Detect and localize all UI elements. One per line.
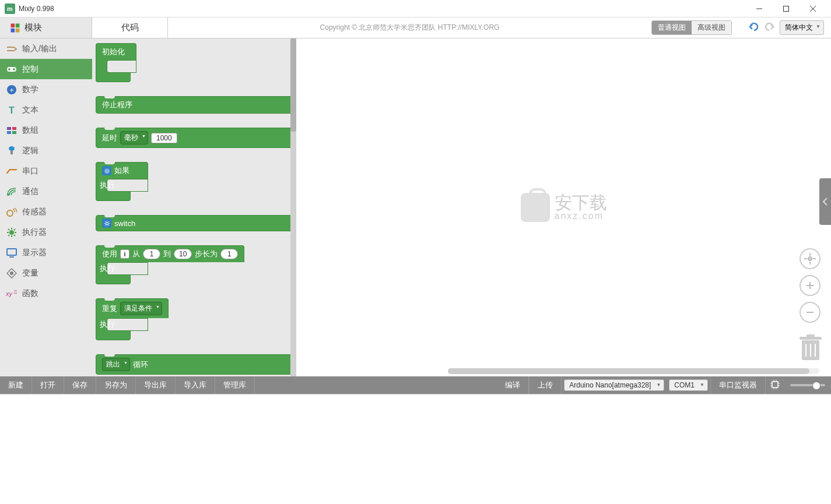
side-panel-handle[interactable] xyxy=(819,178,831,225)
for-var[interactable]: i xyxy=(120,249,129,259)
close-button[interactable] xyxy=(800,0,826,17)
svg-rect-38 xyxy=(807,334,815,337)
zoom-out-button[interactable] xyxy=(800,302,821,323)
saveas-button[interactable]: 另存为 xyxy=(96,376,136,394)
language-select[interactable]: 简体中文 xyxy=(780,20,824,35)
category-text[interactable]: T文本 xyxy=(0,100,92,120)
delay-value-input[interactable]: 1000 xyxy=(151,133,177,143)
svg-rect-13 xyxy=(12,131,16,134)
category-function[interactable]: xy函数 xyxy=(0,283,92,304)
watermark: 安下载anxz.com xyxy=(521,193,607,222)
block-if[interactable]: 如果 执行 xyxy=(96,162,293,201)
category-logic[interactable]: 逻辑 xyxy=(0,140,92,161)
workspace-canvas[interactable]: 安下载anxz.com xyxy=(296,38,831,376)
block-for[interactable]: 使用 i 从 1 到 10 步长为 1 执行 xyxy=(96,245,293,284)
view-toggle: 普通视图 高级视图 xyxy=(651,20,732,35)
actuator-icon xyxy=(6,227,17,238)
category-sidebar: 输入/输出控制÷数学T文本数组逻辑串口通信传感器执行器显示器变量xy函数 xyxy=(0,38,92,376)
svg-point-28 xyxy=(809,258,811,260)
delay-unit-dropdown[interactable]: 毫秒 xyxy=(120,131,148,144)
bottom-toolbar: 新建 打开 保存 另存为 导出库 导入库 管理库 编译 上传 Arduino N… xyxy=(0,376,831,394)
io-icon xyxy=(6,43,17,55)
flyout-scrollbar[interactable] xyxy=(290,38,296,376)
center-button[interactable] xyxy=(800,248,821,269)
category-actuator[interactable]: 执行器 xyxy=(0,222,92,242)
block-switch[interactable]: switch xyxy=(96,215,293,231)
main-area: 输入/输出控制÷数学T文本数组逻辑串口通信传感器执行器显示器变量xy函数 初始化… xyxy=(0,38,831,376)
category-sensor[interactable]: 传感器 xyxy=(0,202,92,222)
view-advanced[interactable]: 高级视图 xyxy=(692,21,731,34)
category-math[interactable]: ÷数学 xyxy=(0,79,92,100)
comm-icon xyxy=(6,186,17,198)
new-button[interactable]: 新建 xyxy=(0,376,32,394)
port-select[interactable]: COM1 xyxy=(669,379,708,391)
board-select[interactable]: Arduino Nano[atmega328] xyxy=(564,379,664,391)
minimize-button[interactable] xyxy=(746,0,773,17)
exportlib-button[interactable]: 导出库 xyxy=(136,376,176,394)
svg-point-26 xyxy=(106,222,108,224)
for-step-input[interactable]: 1 xyxy=(220,249,238,259)
category-variable[interactable]: 变量 xyxy=(0,263,92,283)
compile-button[interactable]: 编译 xyxy=(497,376,529,394)
open-button[interactable]: 打开 xyxy=(32,376,64,394)
category-display[interactable]: 显示器 xyxy=(0,242,92,263)
svg-rect-1 xyxy=(784,6,789,11)
undo-button[interactable] xyxy=(748,22,760,34)
chip-icon[interactable] xyxy=(769,379,781,392)
managelib-button[interactable]: 管理库 xyxy=(215,376,255,394)
tab-blocks[interactable]: 模块 xyxy=(0,17,92,38)
svg-point-6 xyxy=(13,68,15,71)
break-dropdown[interactable]: 跳出 xyxy=(102,358,130,371)
zoom-in-button[interactable] xyxy=(800,275,821,296)
svg-rect-42 xyxy=(772,382,778,387)
gear-icon[interactable] xyxy=(102,218,111,228)
view-normal[interactable]: 普通视图 xyxy=(652,21,692,34)
block-stop[interactable]: 停止程序 xyxy=(96,96,293,114)
maximize-button[interactable] xyxy=(773,0,800,17)
category-comm[interactable]: 通信 xyxy=(0,181,92,202)
svg-rect-12 xyxy=(7,131,11,134)
category-control[interactable]: 控制 xyxy=(0,59,92,79)
repeat-cond-dropdown[interactable]: 满足条件 xyxy=(120,302,162,315)
category-serial[interactable]: 串口 xyxy=(0,161,92,181)
array-icon xyxy=(6,125,17,136)
for-from-input[interactable]: 1 xyxy=(143,249,160,259)
block-init[interactable]: 初始化 xyxy=(96,43,293,82)
importlib-button[interactable]: 导入库 xyxy=(176,376,215,394)
block-break[interactable]: 跳出 循环 xyxy=(96,354,293,375)
category-array[interactable]: 数组 xyxy=(0,120,92,140)
top-toolbar: 模块 代码 Copyright © 北京师范大学米思齐团队 HTTP://MIX… xyxy=(0,17,831,38)
control-icon xyxy=(6,64,17,75)
titlebar: m Mixly 0.998 xyxy=(0,0,831,17)
block-delay[interactable]: 延时 毫秒 1000 xyxy=(96,128,293,148)
svg-text:T: T xyxy=(9,105,15,115)
canvas-h-scrollbar[interactable] xyxy=(448,368,819,374)
upload-button[interactable]: 上传 xyxy=(529,376,562,394)
tab-code[interactable]: 代码 xyxy=(92,17,168,38)
svg-point-5 xyxy=(8,68,10,71)
copyright-text: Copyright © 北京师范大学米思齐团队 HTTP://MIXLY.ORG xyxy=(168,17,651,38)
for-to-input[interactable]: 10 xyxy=(174,249,192,259)
display-icon xyxy=(6,247,17,259)
monitor-button[interactable]: 串口监视器 xyxy=(710,376,766,394)
sensor-icon xyxy=(6,206,17,218)
redo-button[interactable] xyxy=(763,22,775,34)
trash-icon[interactable] xyxy=(798,333,823,365)
window-title: Mixly 0.998 xyxy=(19,5,746,13)
svg-point-14 xyxy=(9,146,15,151)
svg-rect-15 xyxy=(10,151,13,154)
logic-icon xyxy=(6,145,17,157)
block-repeat-while[interactable]: 重复 满足条件 执行 xyxy=(96,298,293,340)
svg-text:xy: xy xyxy=(6,290,13,297)
svg-rect-19 xyxy=(7,249,16,255)
variable-icon xyxy=(6,267,17,279)
gear-icon[interactable] xyxy=(102,166,111,175)
save-button[interactable]: 保存 xyxy=(64,376,96,394)
svg-point-18 xyxy=(9,230,14,235)
zoom-slider[interactable] xyxy=(790,384,825,386)
lock-icon xyxy=(521,193,550,222)
tab-blocks-label: 模块 xyxy=(24,22,42,33)
category-io[interactable]: 输入/输出 xyxy=(0,38,92,59)
function-icon: xy xyxy=(6,288,17,299)
svg-point-17 xyxy=(7,210,13,216)
